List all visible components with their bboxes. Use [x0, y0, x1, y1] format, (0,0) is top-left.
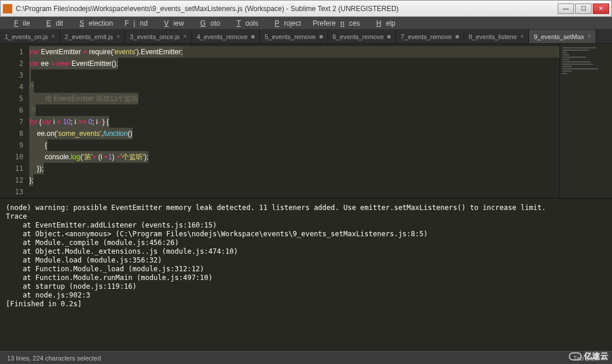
- menu-file[interactable]: File: [5, 18, 34, 29]
- minimize-button[interactable]: —: [558, 4, 574, 14]
- menu-bar: File Edit Selection Find View Goto Tools…: [0, 17, 612, 30]
- tab-dirty-icon[interactable]: [455, 35, 459, 38]
- tab[interactable]: 1_events_on.js×: [0, 30, 60, 43]
- line-number: 11: [0, 163, 23, 174]
- window-titlebar: C:\Program Files\nodejs\Workspace\events…: [0, 0, 612, 17]
- menu-preferences[interactable]: Preferences: [308, 18, 365, 29]
- tab-close-icon[interactable]: ×: [183, 33, 187, 40]
- menu-selection[interactable]: Selection: [70, 18, 117, 29]
- window-controls: — ☐ ✕: [558, 4, 609, 14]
- line-gutter: 12345678910111213: [0, 44, 29, 198]
- tab-label: 7_events_remove: [401, 33, 451, 40]
- tab-close-icon[interactable]: ×: [587, 33, 591, 40]
- menu-help[interactable]: Help: [367, 18, 400, 29]
- keyword: var: [29, 48, 39, 56]
- line-number: 3: [0, 69, 23, 81]
- tab-label: 6_events_remove: [333, 33, 384, 40]
- tab-dirty-icon[interactable]: [319, 35, 323, 38]
- tab-close-icon[interactable]: ×: [116, 33, 120, 40]
- cloud-icon: [569, 352, 582, 360]
- menu-edit[interactable]: Edit: [37, 18, 68, 29]
- tab-close-icon[interactable]: ×: [520, 33, 524, 40]
- menu-find[interactable]: Find: [120, 18, 152, 29]
- menu-tools[interactable]: Tools: [227, 18, 263, 29]
- editor[interactable]: 12345678910111213 var EventEmitter = req…: [0, 44, 612, 198]
- tab-bar: 1_events_on.js×2_events_emit.js×3_events…: [0, 30, 612, 44]
- tab-label: 5_events_remove: [265, 33, 315, 40]
- line-number: 12: [0, 174, 23, 186]
- tab-label: 1_events_on.js: [5, 33, 48, 40]
- status-bar: 13 lines, 224 characters selected Tab Si…: [0, 351, 612, 364]
- line-number: 6: [0, 104, 23, 116]
- tab-close-icon[interactable]: ×: [51, 33, 55, 40]
- line-number: 7: [0, 116, 23, 128]
- line-number: 8: [0, 128, 23, 139]
- line-number: 9: [0, 139, 23, 151]
- tab-label: 3_events_once.js: [130, 33, 180, 40]
- line-number: 4: [0, 81, 23, 93]
- line-number: 1: [0, 46, 23, 58]
- tab-label: 9_events_setMax: [534, 33, 584, 40]
- window-title: C:\Program Files\nodejs\Workspace\events…: [16, 5, 558, 13]
- watermark: 亿速云: [569, 351, 608, 362]
- tab[interactable]: 9_events_setMax×: [529, 30, 596, 43]
- tab[interactable]: 8_events_listene×: [464, 30, 529, 43]
- maximize-button[interactable]: ☐: [575, 4, 592, 14]
- tab[interactable]: 3_events_once.js×: [125, 30, 192, 43]
- minimap[interactable]: [559, 44, 612, 198]
- tab-dirty-icon[interactable]: [387, 35, 391, 38]
- tab[interactable]: 5_events_remove: [260, 30, 328, 43]
- line-number: 2: [0, 58, 23, 69]
- tab-label: 8_events_listene: [469, 33, 517, 40]
- menu-view[interactable]: View: [155, 18, 189, 29]
- tab-dirty-icon[interactable]: [251, 35, 255, 38]
- tab-label: 2_events_emit.js: [65, 33, 113, 40]
- status-selection: 13 lines, 224 characters selected: [7, 355, 101, 362]
- menu-project[interactable]: Project: [265, 18, 305, 29]
- build-output-panel[interactable]: (node) warning: possible EventEmitter me…: [0, 198, 612, 351]
- tab[interactable]: 7_events_remove: [396, 30, 464, 43]
- close-button[interactable]: ✕: [593, 4, 609, 14]
- code-area[interactable]: var EventEmitter = require('events').Eve…: [29, 44, 559, 198]
- tab[interactable]: 4_events_remove: [192, 30, 260, 43]
- line-number: 5: [0, 93, 23, 104]
- tab[interactable]: 2_events_emit.js×: [60, 30, 125, 43]
- tab-label: 4_events_remove: [197, 33, 248, 40]
- tab[interactable]: 6_events_remove: [328, 30, 396, 43]
- app-icon: [3, 4, 12, 13]
- line-number: 10: [0, 151, 23, 163]
- menu-goto[interactable]: Goto: [191, 18, 225, 29]
- line-number: 13: [0, 186, 23, 198]
